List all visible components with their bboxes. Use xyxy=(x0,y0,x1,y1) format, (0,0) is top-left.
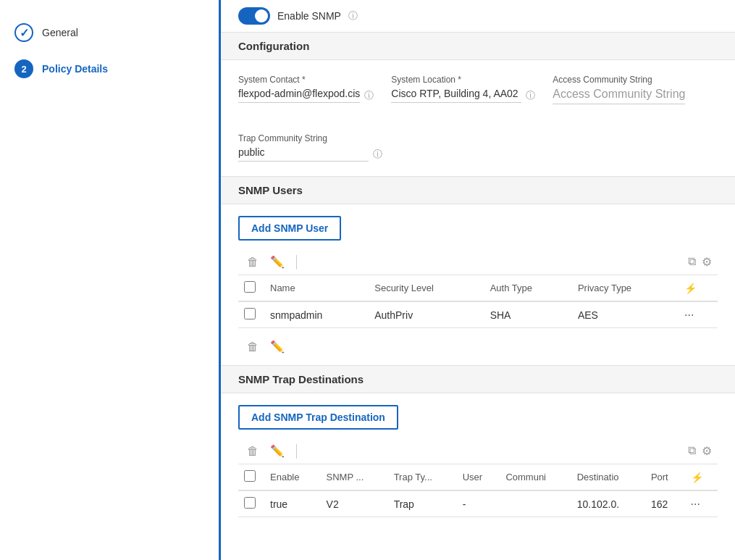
snmp-users-privacy-col: Privacy Type xyxy=(572,275,679,301)
config-fields-row: System Contact * flexpod-admin@flexpod.c… xyxy=(238,75,718,104)
access-community-string-field: Access Community String Access Community… xyxy=(553,75,685,104)
trap-user-value: - xyxy=(457,490,500,517)
snmp-trap-section-header: SNMP Trap Destinations xyxy=(221,365,735,393)
trap-select-all-checkbox[interactable] xyxy=(244,470,256,482)
trap-community-field: Trap Community String public ⓘ xyxy=(238,133,718,162)
snmp-users-section-header: SNMP Users xyxy=(221,176,735,204)
snmp-users-toolbar: 🗑 ✏️ ⧉ ⚙ xyxy=(238,249,718,275)
snmp-trap-toolbar: 🗑 ✏️ ⧉ ⚙ xyxy=(238,438,718,464)
edit-icon[interactable]: ✏️ xyxy=(267,252,287,272)
trap-destination-value: 10.102.0. xyxy=(571,490,645,517)
trap-community-label: Trap Community String xyxy=(238,133,718,143)
system-contact-info-icon[interactable]: ⓘ xyxy=(364,89,374,102)
enable-snmp-info-icon[interactable]: ⓘ xyxy=(348,9,358,22)
snmp-user-security: AuthPriv xyxy=(369,301,484,328)
snmp-toggle[interactable] xyxy=(238,7,270,25)
trap-edit-icon[interactable]: ✏️ xyxy=(267,441,287,461)
snmp-users-name-col: Name xyxy=(264,275,369,301)
trap-user-col: User xyxy=(457,464,500,490)
trap-toolbar-divider xyxy=(296,444,297,459)
snmp-trap-content: Add SNMP Trap Destination 🗑 ✏️ ⧉ ⚙ Enabl… xyxy=(221,393,735,523)
snmp-user-name: snmpadmin xyxy=(264,301,369,328)
row-actions-button[interactable]: ··· xyxy=(684,309,694,322)
trap-port-value: 162 xyxy=(645,490,685,517)
configuration-section: System Contact * flexpod-admin@flexpod.c… xyxy=(221,60,735,133)
edit-icon-bottom[interactable]: ✏️ xyxy=(267,337,287,356)
snmp-user-privacy: AES xyxy=(572,301,679,328)
table-row: true V2 Trap - 10.102.0. 162 ··· xyxy=(238,490,718,517)
delete-icon[interactable]: 🗑 xyxy=(244,253,261,272)
copy-icon[interactable]: ⧉ xyxy=(688,255,696,269)
snmp-users-select-all-col xyxy=(238,275,264,301)
trap-row-actions-button[interactable]: ··· xyxy=(691,498,700,511)
snmp-trap-table: Enable SNMP ... Trap Ty... User Communi … xyxy=(238,464,718,517)
system-contact-value: flexpod-admin@flexpod.cis xyxy=(238,88,360,103)
trap-snmp-version: V2 xyxy=(321,490,388,517)
snmp-users-auth-col: Auth Type xyxy=(484,275,572,301)
row-checkbox[interactable] xyxy=(244,308,256,319)
system-location-value: Cisco RTP, Building 4, AA02 xyxy=(391,88,521,103)
add-snmp-user-button[interactable]: Add SNMP User xyxy=(238,216,341,241)
trap-select-all-col xyxy=(238,464,264,490)
trap-community-info-icon[interactable]: ⓘ xyxy=(373,148,382,161)
system-location-label: System Location * xyxy=(391,75,535,85)
snmp-user-auth: SHA xyxy=(484,301,572,328)
access-community-string-label: Access Community String xyxy=(553,75,685,85)
step-circle-policy-details: 2 xyxy=(14,59,33,78)
trap-community-section: Trap Community String public ⓘ xyxy=(221,133,735,176)
configuration-section-header: Configuration xyxy=(221,32,735,60)
trap-community-value: public xyxy=(238,146,369,162)
snmp-users-table: Name Security Level Auth Type Privacy Ty… xyxy=(238,275,718,328)
trap-destination-col: Destinatio xyxy=(571,464,645,490)
enable-snmp-row: Enable SNMP ⓘ xyxy=(221,0,735,32)
trap-actions-col: ⚡ xyxy=(685,464,718,490)
snmp-users-bottom-toolbar: 🗑 ✏️ xyxy=(238,334,718,359)
snmp-users-actions-col: ⚡ xyxy=(679,275,718,301)
step-circle-general: ✓ xyxy=(14,23,33,42)
main-content: Enable SNMP ⓘ Configuration System Conta… xyxy=(221,0,735,560)
sidebar-item-label: General xyxy=(42,27,78,38)
sidebar-item-label: Policy Details xyxy=(42,63,108,75)
sidebar-item-policy-details[interactable]: 2 Policy Details xyxy=(0,51,219,87)
system-contact-field: System Contact * flexpod-admin@flexpod.c… xyxy=(238,75,374,103)
sidebar: ✓ General 2 Policy Details xyxy=(0,0,221,560)
toolbar-divider xyxy=(296,255,297,269)
trap-enable-value: true xyxy=(264,490,321,517)
trap-enable-col: Enable xyxy=(264,464,321,490)
gear-icon[interactable]: ⚙ xyxy=(702,255,712,269)
system-contact-label: System Contact * xyxy=(238,75,374,85)
lightning-icon: ⚡ xyxy=(684,283,697,294)
snmp-users-content: Add SNMP User 🗑 ✏️ ⧉ ⚙ Name Security Lev… xyxy=(221,204,735,365)
sidebar-item-general[interactable]: ✓ General xyxy=(0,14,219,51)
trap-delete-icon[interactable]: 🗑 xyxy=(244,442,261,461)
table-row: snmpadmin AuthPriv SHA AES ··· xyxy=(238,301,718,328)
system-location-info-icon[interactable]: ⓘ xyxy=(526,89,535,102)
trap-snmp-col: SNMP ... xyxy=(321,464,388,490)
trap-row-checkbox[interactable] xyxy=(244,497,256,509)
add-snmp-trap-button[interactable]: Add SNMP Trap Destination xyxy=(238,405,398,430)
trap-lightning-icon: ⚡ xyxy=(691,472,703,483)
trap-community-col: Communi xyxy=(500,464,571,490)
system-location-field: System Location * Cisco RTP, Building 4,… xyxy=(391,75,535,103)
trap-type-col: Trap Ty... xyxy=(388,464,457,490)
trap-community-value xyxy=(500,490,571,517)
trap-gear-icon[interactable]: ⚙ xyxy=(702,444,712,458)
trap-type-value: Trap xyxy=(388,490,457,517)
snmp-users-select-all-checkbox[interactable] xyxy=(244,281,256,293)
delete-icon-bottom[interactable]: 🗑 xyxy=(244,338,261,356)
access-community-string-value: Access Community String xyxy=(553,88,685,104)
snmp-users-security-col: Security Level xyxy=(369,275,484,301)
enable-snmp-label: Enable SNMP xyxy=(277,10,341,22)
trap-port-col: Port xyxy=(645,464,685,490)
trap-copy-icon[interactable]: ⧉ xyxy=(688,444,696,458)
